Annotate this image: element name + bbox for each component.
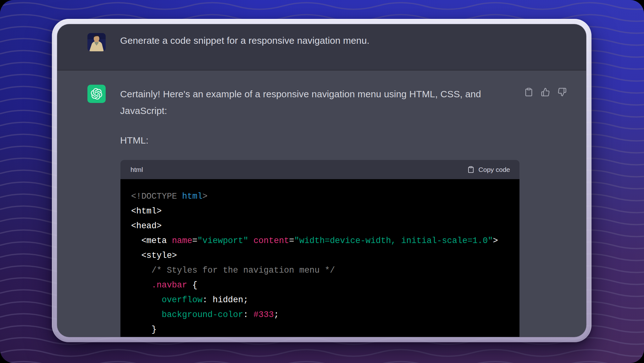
chat-window-frame: Generate a code snippet for a responsive… <box>52 19 591 342</box>
thumbs-down-button[interactable] <box>558 88 567 97</box>
code-line: .navbar { <box>131 278 511 293</box>
assistant-action-bar <box>524 88 567 97</box>
clipboard-icon <box>467 166 475 173</box>
openai-logo-icon <box>91 88 102 99</box>
clipboard-icon <box>524 88 533 97</box>
code-line: overflow: hidden; <box>131 293 511 308</box>
code-line: /* Styles for the navigation menu */ <box>131 263 511 278</box>
assistant-message-row: Certainly! Here's an example of a respon… <box>57 71 586 337</box>
chat-window: Generate a code snippet for a responsive… <box>57 24 586 337</box>
screenshot-canvas: Generate a code snippet for a responsive… <box>0 0 644 363</box>
code-line: <html> <box>131 204 511 219</box>
thumbs-up-icon <box>541 88 550 97</box>
code-content: <!DOCTYPE html><html><head> <meta name="… <box>120 179 519 337</box>
assistant-message-line-1: Certainly! Here's an example of a respon… <box>120 86 481 102</box>
thumbs-up-button[interactable] <box>541 88 550 97</box>
user-message-text: Generate a code snippet for a responsive… <box>120 35 369 46</box>
code-line: <!DOCTYPE html> <box>131 189 511 204</box>
code-language-label: html <box>130 166 143 173</box>
user-avatar-image <box>87 33 106 51</box>
code-section-label: HTML: <box>120 132 148 149</box>
code-line: <head> <box>131 219 511 234</box>
code-line: background-color: #333; <box>131 308 511 322</box>
assistant-message-line-2: JavaScript: <box>120 102 481 119</box>
assistant-message-text: Certainly! Here's an example of a respon… <box>120 86 481 119</box>
copy-code-button[interactable]: Copy code <box>467 166 510 173</box>
user-message-row: Generate a code snippet for a responsive… <box>57 24 586 70</box>
chatgpt-avatar <box>87 85 106 103</box>
code-block-header: html Copy code <box>120 160 519 179</box>
user-avatar <box>87 33 106 51</box>
code-line: <style> <box>131 248 511 263</box>
copy-code-label: Copy code <box>479 166 510 173</box>
code-line: <meta name="viewport" content="width=dev… <box>131 234 511 248</box>
code-line: } <box>131 322 511 337</box>
copy-button[interactable] <box>524 88 533 97</box>
thumbs-down-icon <box>558 88 567 97</box>
code-block: html Copy code <!DOCTYPE html><html><hea… <box>120 160 519 337</box>
